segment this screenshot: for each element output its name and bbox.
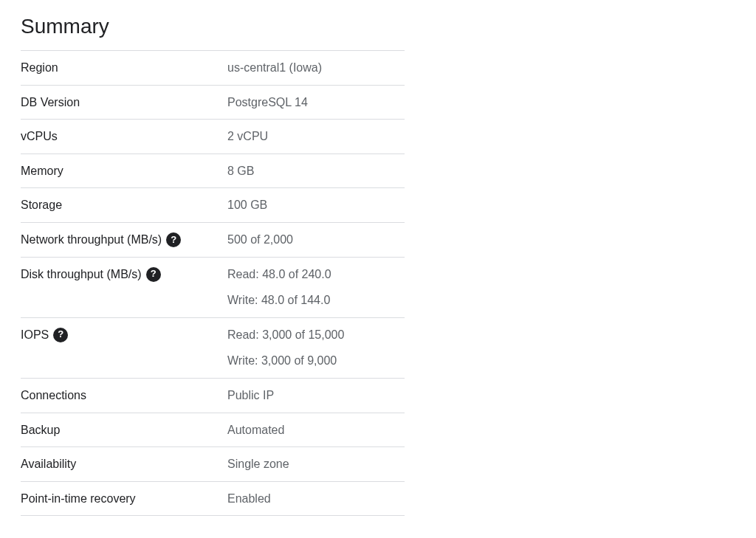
label-pitr: Point-in-time recovery bbox=[21, 489, 227, 508]
summary-title: Summary bbox=[21, 15, 405, 38]
row-storage: Storage 100 GB bbox=[21, 187, 405, 222]
disk-throughput-read: Read: 48.0 of 240.0 bbox=[227, 265, 405, 284]
row-iops: IOPS ? Read: 3,000 of 15,000 Write: 3,00… bbox=[21, 317, 405, 378]
value-storage: 100 GB bbox=[227, 196, 405, 215]
value-pitr: Enabled bbox=[227, 489, 405, 508]
value-memory: 8 GB bbox=[227, 162, 405, 181]
value-disk-throughput: Read: 48.0 of 240.0 Write: 48.0 of 144.0 bbox=[227, 265, 405, 310]
help-icon[interactable]: ? bbox=[53, 328, 68, 342]
value-iops: Read: 3,000 of 15,000 Write: 3,000 of 9,… bbox=[227, 325, 405, 370]
label-vcpus: vCPUs bbox=[21, 127, 227, 146]
value-connections: Public IP bbox=[227, 386, 405, 405]
label-db-version: DB Version bbox=[21, 93, 227, 112]
value-region: us-central1 (Iowa) bbox=[227, 58, 405, 77]
label-region: Region bbox=[21, 58, 227, 77]
value-vcpus: 2 vCPU bbox=[227, 127, 405, 146]
label-storage: Storage bbox=[21, 196, 227, 215]
row-backup: Backup Automated bbox=[21, 413, 405, 447]
label-iops: IOPS ? bbox=[21, 325, 227, 345]
row-db-version: DB Version PostgreSQL 14 bbox=[21, 85, 405, 120]
row-connections: Connections Public IP bbox=[21, 378, 405, 413]
label-availability: Availability bbox=[21, 455, 227, 474]
summary-card: Summary Region us-central1 (Iowa) DB Ver… bbox=[21, 15, 405, 516]
label-backup: Backup bbox=[21, 421, 227, 440]
value-backup: Automated bbox=[227, 421, 405, 440]
label-disk-throughput: Disk throughput (MB/s) ? bbox=[21, 265, 227, 284]
iops-write: Write: 3,000 of 9,000 bbox=[227, 351, 405, 370]
value-availability: Single zone bbox=[227, 455, 405, 474]
disk-throughput-write: Write: 48.0 of 144.0 bbox=[227, 291, 405, 310]
label-memory: Memory bbox=[21, 162, 227, 181]
row-availability: Availability Single zone bbox=[21, 446, 405, 481]
row-vcpus: vCPUs 2 vCPU bbox=[21, 119, 405, 154]
row-memory: Memory 8 GB bbox=[21, 154, 405, 188]
row-pitr: Point-in-time recovery Enabled bbox=[21, 481, 405, 517]
value-db-version: PostgreSQL 14 bbox=[227, 93, 405, 112]
label-connections: Connections bbox=[21, 386, 227, 405]
label-network-throughput: Network throughput (MB/s) ? bbox=[21, 230, 227, 249]
value-network-throughput: 500 of 2,000 bbox=[227, 230, 405, 249]
row-network-throughput: Network throughput (MB/s) ? 500 of 2,000 bbox=[21, 222, 405, 257]
help-icon[interactable]: ? bbox=[166, 232, 181, 247]
row-disk-throughput: Disk throughput (MB/s) ? Read: 48.0 of 2… bbox=[21, 257, 405, 317]
help-icon[interactable]: ? bbox=[146, 267, 161, 282]
iops-read: Read: 3,000 of 15,000 bbox=[227, 325, 405, 345]
row-region: Region us-central1 (Iowa) bbox=[21, 50, 405, 85]
